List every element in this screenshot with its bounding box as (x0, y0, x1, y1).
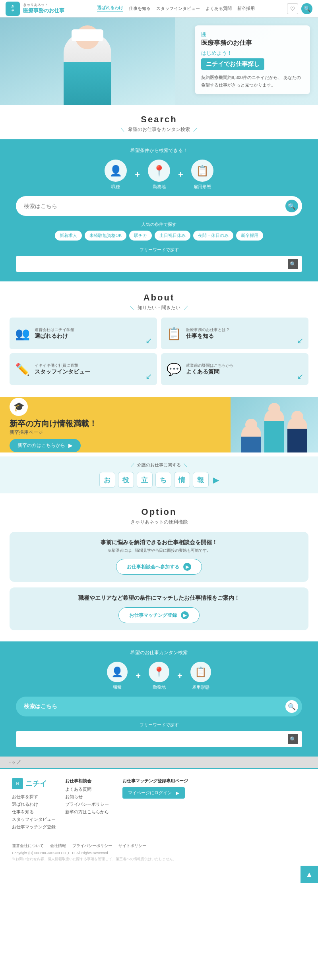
care-section: ／ 介護のお仕事に関する ＼ お 役 立 ち 情 報 ▶ (0, 456, 318, 493)
footer-link-faq[interactable]: よくある質問 (65, 786, 113, 792)
care-chars-row[interactable]: お 役 立 ち 情 報 ▶ (10, 472, 308, 488)
tag-weekend[interactable]: 土日祝日休み (155, 231, 190, 241)
nav-item-newgrad[interactable]: 新卒採用 (237, 6, 255, 12)
free-word-input[interactable] (20, 261, 288, 267)
option-cards: 事前に悩みを解消できるお仕事相談会を開催！ ※希望者には、職場見学や当日に面接の… (0, 532, 318, 641)
care-char-4[interactable]: 情 (174, 472, 190, 488)
tag-newgrad[interactable]: 新卒採用 (236, 231, 263, 241)
bottom-search-bar[interactable]: 検索はこちら 🔍 (16, 697, 302, 716)
about-title: About (0, 293, 318, 303)
footer-link-work[interactable]: 仕事を知る (12, 809, 56, 815)
footer-link-newgrad[interactable]: 新卒の方はこちらから (65, 809, 113, 815)
footer: N ニチイ お仕事を探す 選ばれるわけ 仕事を知る スタッフインタビュー お仕事… (0, 768, 318, 866)
footer-col2: お仕事相談会 よくある質問 お知らせ プライバシーポリシー 新卒の方はこちらから (65, 778, 113, 832)
reason-sub: 運営会社はニチイ学館 (35, 327, 74, 333)
option-card-1-sub: ※希望者には、職場見学や当日に面接の実施も可能です。 (17, 548, 301, 553)
footer-link-selected[interactable]: 選ばれるわけ (12, 801, 56, 807)
care-char-0[interactable]: お (99, 472, 115, 488)
search-button-icon[interactable]: 🔍 (285, 200, 298, 212)
bottom-location: 📍 勤務地 (149, 662, 169, 690)
care-char-1[interactable]: 役 (118, 472, 134, 488)
search-input[interactable] (24, 203, 285, 209)
footer-policy-privacy[interactable]: プライバシーポリシー (72, 843, 112, 849)
option-card-1-btn-arrow: ▶ (183, 563, 191, 571)
footer-link-staff[interactable]: スタッフインタビュー (12, 816, 56, 822)
tag-station[interactable]: 駅チカ (129, 231, 152, 241)
work-icon: 📋 (167, 327, 181, 341)
footer-policy-company[interactable]: 運営会社について (12, 843, 44, 849)
footer-note: ※お問い合わせ内容、個人情報取扱いに際する事項を管理して、第三者への情報提供はい… (12, 857, 306, 862)
search-icon[interactable]: 🔍 (301, 3, 312, 14)
banner-content: 🎓 新卒の方向け情報満載！ 新卒採用ページ 新卒の方はこちらから ▶ (0, 397, 318, 452)
bottom-search-btn-label: 検索はこちら (24, 703, 285, 710)
footer-col3: お仕事マッチング登録専用ページ マイページにログイン ▶ (122, 778, 188, 832)
tag-night[interactable]: 夜間・休日のみ (193, 231, 233, 241)
hero-image (0, 17, 175, 105)
nav-item-work[interactable]: 仕事を知る (129, 6, 151, 12)
banner-button[interactable]: 新卒の方はこちらから ▶ (10, 439, 81, 452)
scroll-top-btn[interactable]: ▲ (301, 866, 318, 883)
bottom-free-input[interactable] (20, 736, 288, 742)
footer-link-news[interactable]: お知らせ (65, 794, 113, 800)
search-bar[interactable]: 🔍 (16, 196, 302, 216)
care-char-5[interactable]: 報 (193, 472, 209, 488)
option-card-1-btn-label: お仕事相談会へ参加する (127, 564, 179, 570)
logo-icon: きゃ (6, 2, 20, 16)
option-card-2-button[interactable]: お仕事マッチング登録 ▶ (118, 607, 200, 623)
about-card-faq[interactable]: 💬 就業前の疑問はこちらから よくある質問 ↙ (161, 353, 308, 385)
nav-item-faq[interactable]: よくある質問 (206, 6, 232, 12)
care-char-2[interactable]: 立 (137, 472, 153, 488)
option-card-2: 職種やエリアなど希望の条件にマッチしたお仕事情報をご案内！ お仕事マッチング登録… (10, 587, 308, 630)
footer-link-col1-0[interactable]: お仕事を探す (12, 794, 56, 800)
header-logo: きゃ きゃりあネット 医療事務のお仕事 (6, 2, 64, 16)
option-card-2-title: 職種やエリアなど希望の条件にマッチしたお仕事情報をご案内！ (17, 595, 301, 602)
search-subtitle: ＼ 希望のお仕事をカンタン検索 ／ (0, 126, 318, 133)
job-type-label: 職種 (111, 184, 120, 190)
about-card-reason[interactable]: 👥 運営会社はニチイ学館 選ばれるわけ ↙ (10, 318, 157, 349)
nav-item-selected[interactable]: 選ばれるわけ (97, 5, 123, 12)
footer-policy-site[interactable]: サイトポリシー (118, 843, 146, 849)
bottom-search-btn-icon[interactable]: 🔍 (285, 700, 298, 713)
work-sub: 医療事務のお仕事とは？ (186, 327, 230, 333)
banner-btn-label: 新卒の方はこちらから (17, 442, 65, 449)
newgrad-banner[interactable]: 🎓 新卒の方向け情報満載！ 新卒採用ページ 新卒の方はこちらから ▶ (0, 397, 318, 452)
popular-tags-label: 人気の条件で探す (16, 221, 302, 227)
bottom-free-label: フリーワードで探す (16, 722, 302, 728)
banner-sub: 新卒採用ページ (10, 429, 308, 436)
reason-title: 選ばれるわけ (35, 333, 74, 340)
location-label: 勤務地 (153, 184, 166, 190)
option-card-2-btn-arrow: ▶ (181, 611, 189, 619)
hero-subtitle: はじめよう！ (201, 50, 304, 57)
free-word-bar[interactable]: 🔍 (16, 256, 302, 272)
care-char-3[interactable]: ち (155, 472, 171, 488)
about-card-work[interactable]: 📋 医療事務のお仕事とは？ 仕事を知る ↙ (161, 318, 308, 349)
bottom-free-bar[interactable]: 🔍 (16, 731, 302, 747)
footer-link-matching[interactable]: お仕事マッチング登録 (12, 824, 56, 830)
footer-mypage-btn[interactable]: マイページにログイン ▶ (122, 787, 185, 799)
hero-icon: 囲 (201, 31, 304, 38)
free-word-search-icon[interactable]: 🔍 (288, 259, 298, 269)
tag-inexperienced[interactable]: 未経験無資格OK (85, 231, 127, 241)
banner-btn-arrow: ▶ (68, 442, 73, 449)
footer-policy-info[interactable]: 会社情報 (50, 843, 66, 849)
nav-item-staff[interactable]: スタッフインタビュー (156, 6, 200, 12)
hero: 囲 医療事務のお仕事 はじめよう！ ニチイでお仕事探し 契約医療機関約8,300… (0, 17, 318, 105)
staff-icon: ✏️ (15, 362, 30, 376)
search-icons-row: 👤 職種 + 📍 勤務地 + 📋 雇用形態 (16, 160, 302, 190)
favorite-icon[interactable]: ♡ (287, 3, 298, 14)
faq-title: よくある質問 (186, 368, 234, 375)
option-title: Option (0, 507, 318, 517)
footer-link-privacy[interactable]: プライバシーポリシー (65, 801, 113, 807)
plus-icon-1: + (135, 169, 140, 180)
tag-new[interactable]: 新着求人 (55, 231, 82, 241)
care-arrow[interactable]: ▶ (213, 475, 219, 485)
hero-highlight: ニチイでお仕事探し (201, 58, 264, 70)
option-card-1-button[interactable]: お仕事相談会へ参加する ▶ (116, 559, 202, 575)
about-card-staff[interactable]: ✏️ イキイキ働く社員に直撃 スタッフインタビュー ↙ (10, 353, 157, 385)
about-section-header: About ＼ 知りたい・聞きたい ／ (0, 281, 318, 318)
footer-col2-title: お仕事相談会 (65, 778, 113, 784)
bottom-free-search-icon[interactable]: 🔍 (288, 734, 298, 744)
faq-icon: 💬 (167, 362, 181, 376)
reason-arrow: ↙ (145, 336, 152, 345)
breadcrumb-top[interactable]: トップ (7, 760, 20, 764)
